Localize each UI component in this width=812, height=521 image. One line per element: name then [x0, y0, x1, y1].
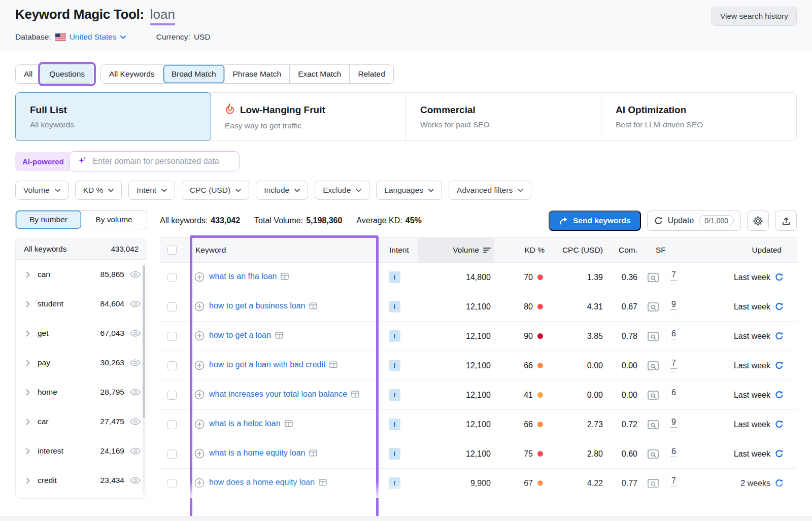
export-button[interactable] [775, 211, 797, 231]
column-header-kd[interactable]: KD % [494, 246, 550, 255]
intent-badge[interactable]: I [389, 271, 400, 283]
eye-icon[interactable] [130, 359, 141, 366]
by-number-toggle[interactable]: By number [16, 211, 81, 229]
column-header-cpc[interactable]: CPC (USD) [550, 246, 605, 255]
serp-window-icon[interactable] [275, 330, 283, 343]
keyword-group-row[interactable]: pay 30,263 [16, 348, 147, 377]
keyword-group-row[interactable]: car 27,475 [16, 407, 147, 436]
refresh-icon[interactable] [775, 332, 784, 340]
chevron-right-icon[interactable] [26, 301, 30, 307]
intent-badge[interactable]: I [389, 330, 400, 342]
view-search-history-button[interactable]: View search history [712, 7, 797, 26]
intent-badge[interactable]: I [389, 360, 400, 371]
intent-badge[interactable]: I [389, 477, 400, 489]
serp-preview-icon[interactable] [648, 479, 659, 488]
eye-icon[interactable] [130, 418, 141, 425]
serp-preview-icon[interactable] [648, 302, 659, 311]
row-checkbox[interactable] [167, 302, 177, 311]
sf-value[interactable]: 9 [670, 418, 677, 428]
filter-dropdown[interactable]: Volume [15, 181, 69, 200]
column-header-sf[interactable]: SF [640, 246, 666, 255]
all-keywords-row[interactable]: All keywords 433,042 [16, 238, 147, 260]
row-checkbox[interactable] [167, 361, 177, 370]
sf-value[interactable]: 9 [670, 300, 677, 310]
keyword-link[interactable]: what is a home equity loan [209, 448, 305, 457]
sf-value[interactable]: 7 [670, 359, 677, 369]
sf-value[interactable]: 7 [670, 270, 677, 281]
chevron-right-icon[interactable] [26, 477, 30, 484]
table-settings-button[interactable] [747, 211, 769, 231]
tab-all[interactable]: All [16, 65, 41, 83]
filter-dropdown[interactable]: CPC (USD) [182, 181, 249, 200]
serp-window-icon[interactable] [319, 477, 327, 490]
keyword-group-row[interactable]: credit 23,434 [16, 466, 147, 495]
keyword-link[interactable]: how to get a loan [209, 331, 271, 339]
column-header-updated[interactable]: Updated [689, 246, 797, 255]
column-header-com[interactable]: Com. [605, 246, 640, 255]
column-header-volume[interactable]: Volume [418, 238, 494, 262]
refresh-icon[interactable] [775, 479, 784, 488]
add-keyword-icon[interactable] [194, 478, 205, 488]
keyword-group-row[interactable]: can 85,865 [16, 260, 147, 289]
keyword-group-row[interactable]: student 84,604 [16, 289, 147, 319]
row-checkbox[interactable] [167, 420, 177, 429]
row-checkbox[interactable] [167, 391, 177, 400]
keyword-group-row[interactable]: get 67,043 [16, 319, 147, 348]
card-low-hanging-fruit[interactable]: Low-Hanging Fruit Easy way to get traffi… [211, 93, 406, 141]
row-checkbox[interactable] [167, 273, 177, 282]
card-commercial[interactable]: Commercial Works for paid SEO [406, 93, 601, 141]
eye-icon[interactable] [130, 330, 141, 337]
serp-preview-icon[interactable] [648, 273, 659, 282]
intent-badge[interactable]: I [389, 419, 400, 430]
filter-dropdown[interactable]: Advanced filters [449, 181, 531, 200]
serp-preview-icon[interactable] [648, 391, 659, 400]
keyword-link[interactable]: what is an fha loan [209, 272, 277, 281]
tab-broad-match[interactable]: Broad Match [163, 65, 225, 83]
keyword-group-row[interactable]: home 28,795 [16, 377, 147, 407]
serp-window-icon[interactable] [351, 389, 359, 402]
add-keyword-icon[interactable] [194, 419, 205, 429]
serp-window-icon[interactable] [285, 418, 293, 431]
tab-questions[interactable]: Questions [41, 65, 93, 83]
refresh-icon[interactable] [775, 302, 784, 311]
eye-icon[interactable] [130, 447, 141, 455]
filter-dropdown[interactable]: Intent [128, 181, 175, 200]
sf-value[interactable]: 6 [670, 329, 677, 339]
refresh-icon[interactable] [775, 449, 784, 458]
by-volume-toggle[interactable]: By volume [81, 211, 147, 229]
column-header-keyword[interactable]: Keyword [184, 246, 380, 255]
tab-exact-match[interactable]: Exact Match [290, 65, 350, 83]
sidebar-scrollbar-thumb[interactable] [143, 266, 145, 418]
add-keyword-icon[interactable] [194, 448, 205, 459]
intent-badge[interactable]: I [389, 301, 400, 312]
serp-preview-icon[interactable] [648, 332, 659, 341]
add-keyword-icon[interactable] [194, 390, 205, 400]
refresh-icon[interactable] [775, 391, 784, 399]
select-all-checkbox[interactable] [167, 246, 177, 255]
eye-icon[interactable] [130, 477, 141, 484]
refresh-icon[interactable] [775, 273, 784, 282]
domain-input[interactable]: Enter domain for personalized data [69, 151, 240, 171]
chevron-right-icon[interactable] [26, 360, 30, 366]
tab-all-keywords[interactable]: All Keywords [101, 65, 163, 83]
keyword-link[interactable]: how to get a loan with bad credit [209, 360, 325, 369]
database-selector[interactable]: United States [70, 32, 126, 42]
serp-preview-icon[interactable] [648, 420, 659, 429]
eye-icon[interactable] [130, 271, 141, 278]
chevron-right-icon[interactable] [26, 389, 30, 396]
card-full-list[interactable]: Full List All keywords [15, 92, 211, 141]
filter-dropdown[interactable]: Include [256, 181, 308, 200]
serp-preview-icon[interactable] [648, 361, 659, 370]
sf-value[interactable]: 7 [670, 476, 677, 487]
update-button[interactable]: Update 0/1,000 [647, 211, 741, 231]
keyword-link[interactable]: what increases your total loan balance [209, 390, 347, 398]
filter-dropdown[interactable]: Languages [376, 181, 442, 200]
column-header-intent[interactable]: Intent [380, 246, 418, 255]
tab-related[interactable]: Related [350, 65, 393, 83]
serp-window-icon[interactable] [281, 271, 289, 284]
chevron-right-icon[interactable] [26, 330, 30, 337]
row-checkbox[interactable] [167, 479, 177, 488]
chevron-right-icon[interactable] [26, 419, 30, 425]
add-keyword-icon[interactable] [194, 272, 205, 282]
keyword-group-row[interactable]: interest 24,169 [16, 436, 147, 466]
